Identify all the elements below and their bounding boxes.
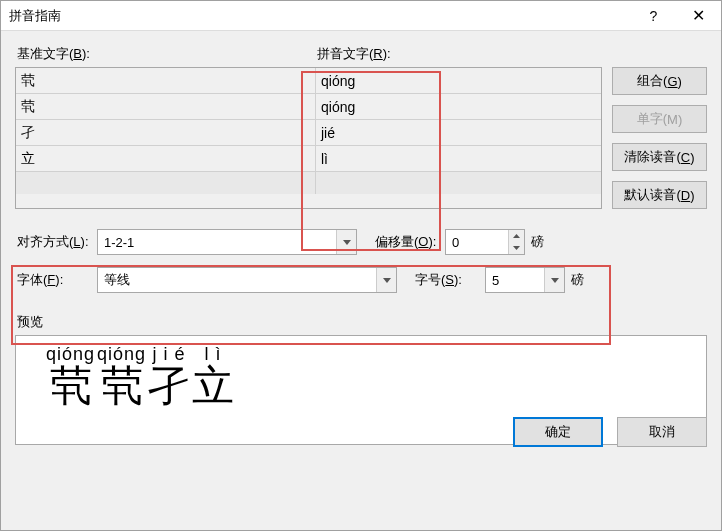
ruby-unit: j i é 孑 <box>148 344 190 407</box>
alignment-label: 对齐方式(L): <box>17 233 97 251</box>
base-cell[interactable]: 孑 <box>16 120 316 145</box>
pinyin-cell[interactable]: lì <box>316 146 601 171</box>
spin-up-icon[interactable] <box>509 230 524 242</box>
table-row[interactable]: 立 lì <box>16 146 601 172</box>
chevron-down-icon[interactable] <box>376 268 396 292</box>
ruby-unit: qióng 茕 <box>46 344 95 407</box>
chevron-down-icon[interactable] <box>336 230 356 254</box>
group-button[interactable]: 组合(G) <box>612 67 707 95</box>
pinyin-cell <box>316 172 601 194</box>
pinyin-cell[interactable]: qióng <box>316 94 601 119</box>
close-button[interactable]: ✕ <box>676 1 721 31</box>
font-combo[interactable]: 等线 <box>97 267 397 293</box>
ruby-unit: qióng 茕 <box>97 344 146 407</box>
size-unit: 磅 <box>571 271 584 289</box>
table-row-empty <box>16 172 601 194</box>
pinyin-cell[interactable]: qióng <box>316 68 601 93</box>
base-text-label: 基准文字(B): <box>15 45 315 63</box>
table-row[interactable]: 孑 jié <box>16 120 601 146</box>
pinyin-text-label: 拼音文字(R): <box>315 45 391 63</box>
alignment-combo[interactable]: 1-2-1 <box>97 229 357 255</box>
table-row[interactable]: 茕 qióng <box>16 94 601 120</box>
font-label: 字体(F): <box>17 271 97 289</box>
offset-spinner[interactable]: 0 <box>445 229 525 255</box>
offset-unit: 磅 <box>531 233 544 251</box>
help-button[interactable]: ? <box>631 1 676 31</box>
base-cell[interactable]: 立 <box>16 146 316 171</box>
pinyin-cell[interactable]: jié <box>316 120 601 145</box>
text-grid: 茕 qióng 茕 qióng 孑 jié 立 lì <box>15 67 602 209</box>
spin-down-icon[interactable] <box>509 242 524 254</box>
offset-label: 偏移量(O): <box>375 233 445 251</box>
ok-button[interactable]: 确定 <box>513 417 603 447</box>
size-combo[interactable]: 5 <box>485 267 565 293</box>
clear-reading-button[interactable]: 清除读音(C) <box>612 143 707 171</box>
chevron-down-icon[interactable] <box>544 268 564 292</box>
size-label: 字号(S): <box>415 271 485 289</box>
dialog-title: 拼音指南 <box>9 7 631 25</box>
titlebar: 拼音指南 ? ✕ <box>1 1 721 31</box>
phonetic-guide-dialog: 拼音指南 ? ✕ 基准文字(B): 拼音文字(R): 茕 qióng 茕 qió… <box>0 0 722 531</box>
ruby-unit: l ì 立 <box>192 344 234 407</box>
base-cell[interactable]: 茕 <box>16 68 316 93</box>
base-cell[interactable]: 茕 <box>16 94 316 119</box>
cancel-button[interactable]: 取消 <box>617 417 707 447</box>
preview-label: 预览 <box>15 313 707 331</box>
base-cell <box>16 172 316 194</box>
dialog-content: 基准文字(B): 拼音文字(R): 茕 qióng 茕 qióng 孑 jié … <box>1 31 721 459</box>
single-button: 单字(M) <box>612 105 707 133</box>
table-row[interactable]: 茕 qióng <box>16 68 601 94</box>
default-reading-button[interactable]: 默认读音(D) <box>612 181 707 209</box>
